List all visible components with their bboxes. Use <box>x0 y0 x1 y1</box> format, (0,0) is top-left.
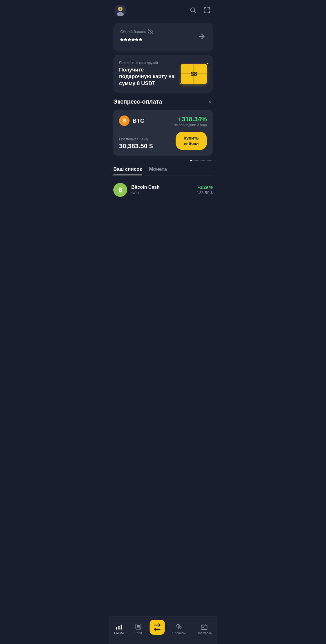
balance-label: Общий баланс <box>120 29 153 34</box>
balance-arrow[interactable] <box>198 32 206 42</box>
bch-name: Bitcoin Cash <box>131 185 193 190</box>
promo-text: Пригласите трех друзей Получите подарочн… <box>119 61 177 87</box>
tab-coin[interactable]: Монета <box>149 166 167 175</box>
dot-3 <box>201 160 205 161</box>
bch-price: 133.50 $ <box>197 190 213 195</box>
bch-price-area: +1.29 % 133.50 $ <box>197 185 213 195</box>
expand-button[interactable] <box>202 5 212 16</box>
bch-info: Bitcoin Cash BCH <box>131 185 193 195</box>
balance-info: Общий баланс ****** <box>120 29 153 46</box>
dot-1 <box>190 160 192 161</box>
close-express-button[interactable]: × <box>207 97 213 106</box>
btc-price: 30,383.50 $ <box>119 142 153 150</box>
dot-4 <box>207 160 212 161</box>
btc-bottom-row: Последняя цена 30,383.50 $ Купитьсейчас <box>119 132 207 150</box>
app-header <box>109 0 217 21</box>
balance-value: ****** <box>120 36 153 46</box>
hide-balance-icon <box>148 29 153 34</box>
buy-now-button[interactable]: Купитьсейчас <box>176 132 207 150</box>
avatar[interactable] <box>114 5 126 16</box>
gift-sparkle-bottom: ✦ <box>180 82 182 85</box>
express-payment-section: Экспресс-оплата × ₿ BTC +318.34% за посл… <box>113 97 213 161</box>
balance-card[interactable]: Общий баланс ****** <box>113 23 213 52</box>
tabs-row: Ваш список Монета <box>113 166 213 175</box>
express-header: Экспресс-оплата × <box>113 97 213 106</box>
header-icons <box>188 5 212 16</box>
btc-right: +318.34% за последние 3 года <box>174 115 207 127</box>
promo-title: Получите подарочную карту на сумму 8 USD… <box>119 67 177 87</box>
coin-list: ₿ Bitcoin Cash BCH +1.29 % 133.50 $ <box>113 179 213 201</box>
avatar-icon <box>114 5 126 16</box>
btc-card: ₿ BTC +318.34% за последние 3 года После… <box>113 110 213 156</box>
btc-percent: +318.34% <box>174 115 207 123</box>
promo-subtitle: Пригласите трех друзей <box>119 61 177 65</box>
bch-change: +1.29 % <box>197 185 213 190</box>
expand-icon <box>203 7 210 14</box>
btc-left: ₿ BTC <box>119 115 144 126</box>
gift-ribbon-vertical <box>194 64 194 84</box>
btc-price-area: Последняя цена 30,383.50 $ <box>119 137 153 150</box>
svg-line-5 <box>194 11 196 13</box>
gift-card-image: ✦ ✦ $8 <box>181 64 207 84</box>
search-button[interactable] <box>188 5 198 16</box>
promo-banner[interactable]: Пригласите трех друзей Получите подарочн… <box>113 55 213 93</box>
carousel-dots <box>113 160 213 161</box>
coin-tabs: Ваш список Монета <box>113 166 213 175</box>
btc-ticker: BTC <box>132 118 144 124</box>
gift-sparkle-top: ✦ <box>206 62 209 65</box>
express-title: Экспресс-оплата <box>113 98 162 105</box>
btc-period: за последние 3 года <box>174 123 207 127</box>
dot-2 <box>194 160 199 161</box>
btc-header-row: ₿ BTC +318.34% за последние 3 года <box>119 115 207 127</box>
bch-ticker: BCH <box>131 191 193 195</box>
arrow-right-icon <box>198 32 206 41</box>
search-icon <box>190 7 196 14</box>
btc-icon: ₿ <box>119 115 130 126</box>
bch-icon: ₿ <box>113 183 127 197</box>
btc-price-label: Последняя цена <box>119 137 153 141</box>
coin-item-bch[interactable]: ₿ Bitcoin Cash BCH +1.29 % 133.50 $ <box>113 179 213 201</box>
tab-your-list[interactable]: Ваш список <box>113 166 142 175</box>
